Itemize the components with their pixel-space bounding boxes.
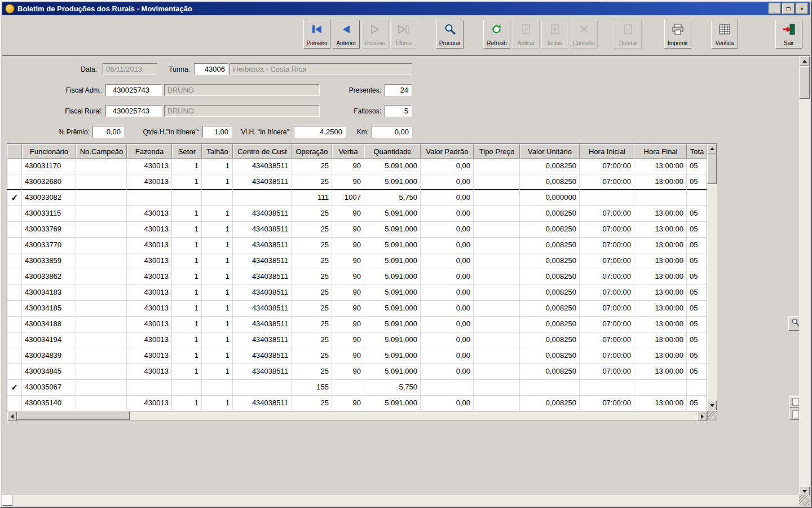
table-row[interactable]: 4300341834300131143403851125905.091,0000…: [7, 285, 717, 301]
table-row[interactable]: 4300348394300131143403851125905.091,0000…: [7, 348, 717, 364]
qtde-itinere-field[interactable]: 1,00: [202, 126, 232, 138]
column-header[interactable]: No.Campeão: [76, 144, 127, 159]
table-row[interactable]: 4300341944300131143403851125905.091,0000…: [7, 332, 717, 348]
scroll-up-icon[interactable]: [707, 144, 717, 154]
row-select-indicator[interactable]: [7, 348, 22, 364]
grid-vertical-scrollbar[interactable]: [707, 144, 717, 410]
close-button[interactable]: ×: [796, 3, 808, 14]
window-vertical-scrollbar[interactable]: [799, 56, 810, 496]
grid-cell: 25: [292, 317, 332, 332]
column-header[interactable]: Valor Padrão: [421, 144, 474, 159]
grid-cell: 430034839: [22, 348, 76, 364]
table-row[interactable]: 4300338624300131143403851125905.091,0000…: [7, 269, 717, 285]
scroll-left-icon[interactable]: [7, 411, 17, 421]
row-select-indicator[interactable]: [7, 269, 22, 285]
toolbar-primeiro-button[interactable]: Primeiro: [303, 20, 330, 49]
row-select-indicator[interactable]: ✓: [7, 190, 22, 206]
fiscal-adm-code-field[interactable]: 430025743: [105, 84, 162, 96]
column-header[interactable]: Fazenda: [127, 144, 172, 159]
grid-cell: 430013: [127, 332, 172, 348]
row-select-indicator[interactable]: [7, 285, 22, 301]
km-field[interactable]: 0,00: [372, 126, 412, 138]
row-select-indicator[interactable]: ✓: [7, 380, 22, 396]
premio-field[interactable]: 0,00: [92, 126, 124, 138]
window-horizontal-scrollbar[interactable]: [2, 495, 799, 506]
faltosos-field[interactable]: 5: [385, 105, 412, 117]
table-row[interactable]: 4300341854300131143403851125905.091,0000…: [7, 301, 717, 317]
column-header[interactable]: Tipo Preço: [474, 144, 520, 159]
toolbar-verifica-button[interactable]: Verifica: [711, 20, 738, 49]
grid-hscroll-thumb[interactable]: [17, 411, 130, 420]
table-row[interactable]: 4300326804300131143403851125905.091,0000…: [7, 174, 717, 190]
row-select-indicator[interactable]: [7, 396, 22, 411]
column-header[interactable]: Verba: [332, 144, 364, 159]
presentes-field[interactable]: 24: [385, 84, 412, 96]
row-select-indicator[interactable]: [7, 301, 22, 317]
toolbar-imprimir-button[interactable]: Imprimir: [664, 20, 691, 49]
grid-cell: 434038511: [233, 159, 292, 174]
grid-horizontal-scrollbar[interactable]: [7, 411, 717, 421]
grid-cell: 05: [687, 396, 707, 411]
column-header[interactable]: Talhão: [202, 144, 233, 159]
table-row[interactable]: 4300341884300131143403851125905.091,0000…: [7, 317, 717, 332]
column-header[interactable]: Operação: [292, 144, 332, 159]
table-row[interactable]: 4300311704300131143403851125905.091,0000…: [7, 159, 717, 174]
column-header[interactable]: Valor Unitário: [520, 144, 580, 159]
data-label: Data:: [69, 65, 97, 73]
grid-cell: [474, 190, 520, 206]
turma-code-field[interactable]: 43006: [194, 63, 228, 75]
grid-vscroll-thumb[interactable]: [707, 154, 717, 184]
toolbar-procurar-button[interactable]: Procurar: [436, 20, 464, 49]
column-header[interactable]: Tota: [687, 144, 707, 159]
grid-cell: 0,00: [421, 159, 474, 174]
row-select-indicator[interactable]: [7, 206, 22, 222]
vlh-itinere-field[interactable]: 4,2500: [294, 126, 346, 138]
row-select-indicator[interactable]: [7, 253, 22, 269]
toolbar-refresh-button[interactable]: Refresh: [483, 20, 510, 49]
window-hscroll-thumb[interactable]: [2, 495, 12, 506]
scroll-up-icon[interactable]: [799, 56, 810, 66]
grid-cell: [474, 269, 520, 285]
table-row[interactable]: ✓43003308211110075,7500,000,000000: [7, 190, 717, 206]
minimize-button[interactable]: _: [769, 3, 781, 14]
column-header[interactable]: Quantidade: [364, 144, 421, 159]
window-resize-grip[interactable]: [799, 495, 810, 506]
grid-cell: 05: [687, 269, 707, 285]
maximize-button[interactable]: □: [782, 3, 795, 14]
grid-cell: 5.091,000: [364, 159, 421, 174]
fiscal-rural-code-field[interactable]: 430025743: [105, 105, 162, 117]
toolbar-anterior-button[interactable]: Anterior: [333, 20, 360, 49]
grid-cell: 434038511: [233, 222, 292, 238]
column-header[interactable]: Funcionário: [22, 144, 76, 159]
row-select-indicator[interactable]: [7, 159, 22, 174]
row-select-indicator[interactable]: [7, 364, 22, 380]
row-select-indicator[interactable]: [7, 238, 22, 253]
table-row[interactable]: 4300337704300131143403851125905.091,0000…: [7, 238, 717, 253]
grid-size-grip[interactable]: [707, 411, 717, 420]
toolbar-sair-button[interactable]: Sair: [775, 20, 802, 49]
column-header[interactable]: Hora Final: [634, 144, 687, 159]
grid-cell: 5.091,000: [364, 348, 421, 364]
scroll-right-icon[interactable]: [698, 411, 707, 421]
row-select-indicator[interactable]: [7, 317, 22, 332]
table-row[interactable]: 4300348454300131143403851125905.091,0000…: [7, 364, 717, 380]
table-row[interactable]: 4300331154300131143403851125905.091,0000…: [7, 206, 717, 222]
grid-cell: [76, 206, 127, 222]
column-header[interactable]: Setor: [172, 144, 202, 159]
row-select-indicator[interactable]: [7, 222, 22, 238]
grid-cell: 430013: [127, 396, 172, 411]
row-select-indicator[interactable]: [7, 332, 22, 348]
grid-cell: 13:00:00: [634, 317, 687, 332]
table-row[interactable]: 4300351404300131143403851125905.091,0000…: [7, 396, 717, 411]
window-vscroll-thumb[interactable]: [799, 66, 810, 99]
grid-cell: [76, 332, 127, 348]
column-header[interactable]: Centro de Cust: [233, 144, 292, 159]
grid-cell: 1: [202, 269, 233, 285]
row-select-indicator[interactable]: [7, 174, 22, 190]
scroll-down-icon[interactable]: [707, 401, 717, 410]
grid-body: 4300311704300131143403851125905.091,0000…: [7, 159, 717, 411]
table-row[interactable]: 4300338594300131143403851125905.091,0000…: [7, 253, 717, 269]
column-header[interactable]: Hora Inicial: [580, 144, 634, 159]
table-row[interactable]: ✓4300350671555,750: [7, 380, 717, 396]
table-row[interactable]: 4300337694300131143403851125905.091,0000…: [7, 222, 717, 238]
